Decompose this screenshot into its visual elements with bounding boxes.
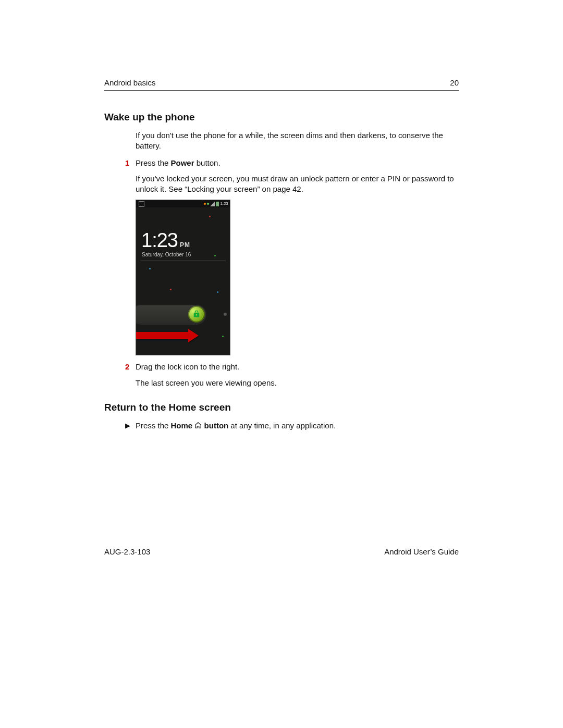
heading-return-home: Return to the Home screen (104, 402, 459, 413)
footer-doc-title: Android User’s Guide (384, 547, 459, 556)
bg-speck (170, 289, 172, 290)
clock-ampm: PM (180, 241, 190, 249)
footer-doc-id: AUG-2.3-103 (104, 547, 150, 556)
bullet-marker-icon: ▶ (125, 421, 130, 430)
status-bar: 1:23 (136, 200, 230, 207)
status-dot-icon (204, 203, 206, 205)
step-1-line: Press the Power button. (136, 158, 459, 168)
bg-speck (149, 268, 151, 269)
power-label: Power (171, 158, 194, 167)
return-home-bullet: ▶ Press the Home button at any time, in … (104, 421, 459, 431)
step-2-detail: The last screen you were viewing opens. (136, 378, 459, 388)
home-label: Home (171, 421, 193, 430)
step-number: 1 (125, 158, 129, 168)
button-label: button (204, 421, 229, 430)
unlock-icon (188, 306, 205, 323)
signal-icon (210, 202, 215, 206)
battery-icon (216, 202, 219, 206)
intro-text: If you don't use the phone for a while, … (136, 130, 459, 152)
clock-divider (140, 261, 226, 261)
status-time: 1:23 (220, 201, 228, 207)
running-header: Android basics 20 (104, 78, 459, 91)
text: button. (194, 158, 221, 167)
clock-date: Saturday, October 16 (142, 251, 191, 258)
bg-speck (214, 255, 216, 256)
bg-speck (222, 336, 224, 337)
step-1-detail: If you've locked your screen, you must d… (136, 174, 459, 195)
document-page: Android basics 20 Wake up the phone If y… (0, 0, 563, 728)
heading-wake-up: Wake up the phone (104, 112, 459, 123)
status-notification-icon (139, 201, 144, 207)
text: Press the (136, 158, 171, 167)
instruction-arrow-icon (136, 329, 209, 342)
phone-screenshot: 1:23 1:23PM Saturday, October 16 (136, 200, 230, 355)
unlock-slider (136, 304, 206, 324)
running-footer: AUG-2.3-103 Android User’s Guide (104, 547, 459, 556)
slider-end-dot (224, 313, 227, 316)
text: at any time, in any application. (228, 421, 336, 430)
text: Press the (136, 421, 171, 430)
wake-up-steps: 1 Press the Power button. If you've lock… (104, 158, 459, 388)
bg-speck (209, 216, 211, 217)
step-number: 2 (125, 362, 129, 372)
home-icon (194, 421, 202, 431)
step-1: 1 Press the Power button. If you've lock… (104, 158, 459, 356)
clock-time: 1:23 (141, 227, 178, 254)
header-section: Android basics (104, 78, 155, 87)
step-2-line: Drag the lock icon to the right. (136, 362, 459, 372)
return-home-list: ▶ Press the Home button at any time, in … (104, 421, 459, 431)
step-2: 2 Drag the lock icon to the right. The l… (104, 362, 459, 388)
bg-speck (217, 291, 218, 293)
wake-up-intro: If you don't use the phone for a while, … (136, 130, 459, 152)
lockscreen-clock: 1:23PM (141, 227, 190, 254)
status-dot-icon (207, 203, 209, 205)
header-page-number: 20 (450, 78, 459, 87)
